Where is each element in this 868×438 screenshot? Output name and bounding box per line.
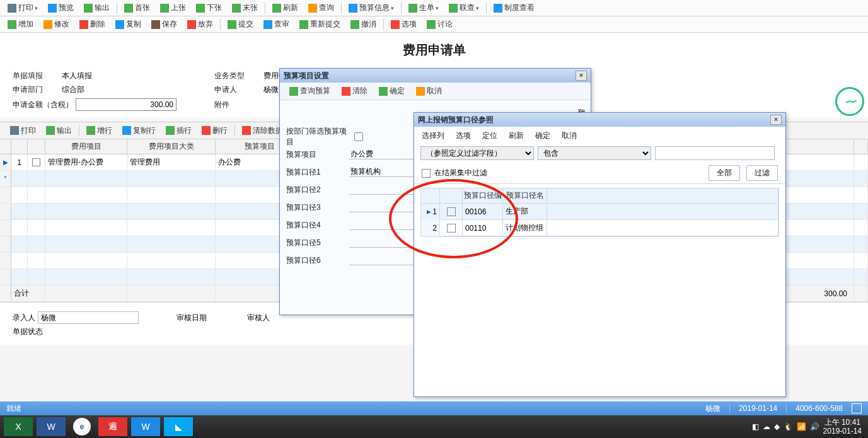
reference-row[interactable]: ▶1 00106 生产部 xyxy=(421,204,778,220)
gen-doc-button[interactable]: 生单▾ xyxy=(405,1,443,14)
reference-row[interactable]: 2 00110 计划物控组 xyxy=(421,220,778,236)
dept-link[interactable]: 申请部门 xyxy=(13,84,62,95)
ie-icon[interactable]: e xyxy=(69,417,95,436)
discard-button[interactable]: 放弃 xyxy=(183,18,217,31)
options-button[interactable]: 选项 xyxy=(387,18,420,31)
copy-button[interactable]: 复制 xyxy=(112,18,145,31)
menu-refresh[interactable]: 刷新 xyxy=(509,130,524,141)
attachment-link[interactable]: 附件 xyxy=(214,100,263,110)
budget-cancel-button[interactable]: 取消 xyxy=(412,84,446,98)
grid-addrow[interactable]: 增行 xyxy=(83,124,116,137)
row-checkbox[interactable] xyxy=(447,207,456,216)
menu-options[interactable]: 选项 xyxy=(456,130,471,141)
taskbar: X W e 遍 W ◣ ◧ ☁ ◆ 🐧 📶 🔊 上午 10:412019-01-… xyxy=(0,415,868,438)
amount-input[interactable] xyxy=(76,98,176,111)
row-checkbox[interactable] xyxy=(447,224,456,233)
grid-print[interactable]: 打印 xyxy=(6,124,40,137)
grid-insrow[interactable]: 插行 xyxy=(162,124,195,137)
app-icon[interactable]: 遍 xyxy=(98,417,127,436)
reference-menu: 选择列 选项 定位 刷新 确定 取消 xyxy=(414,127,785,144)
tray-icon[interactable]: ☁ xyxy=(763,422,770,431)
excel-icon[interactable]: X xyxy=(4,417,33,436)
last-button[interactable]: 末张 xyxy=(228,1,262,14)
menu-locate[interactable]: 定位 xyxy=(482,130,497,141)
row-checkbox[interactable] xyxy=(32,158,40,166)
tray-icon[interactable]: ◆ xyxy=(774,422,780,431)
filter-button[interactable]: 过滤 xyxy=(746,165,778,181)
add-button[interactable]: 增加 xyxy=(4,18,37,31)
first-button[interactable]: 首张 xyxy=(120,1,154,14)
page-title: 费用申请单 xyxy=(0,33,868,65)
grid-delrow[interactable]: 删行 xyxy=(198,124,231,137)
close-icon[interactable]: × xyxy=(770,115,782,125)
wifi-icon[interactable] xyxy=(835,87,864,116)
print-button[interactable]: 打印▾ xyxy=(4,1,42,14)
menu-ok[interactable]: 确定 xyxy=(535,130,550,141)
budget-ok-button[interactable]: 确定 xyxy=(374,84,409,98)
menu-select-cols[interactable]: 选择列 xyxy=(422,130,444,141)
close-icon[interactable]: × xyxy=(576,71,587,81)
next-button[interactable]: 下张 xyxy=(192,1,226,14)
budget-caliber-reference-dialog: 网上报销预算口径参照× 选择列 选项 定位 刷新 确定 取消 （参照定义过滤字段… xyxy=(414,112,786,397)
filter-cond-select[interactable]: 包含 xyxy=(538,146,651,160)
resubmit-button[interactable]: 重新提交 xyxy=(296,18,344,31)
filter-by-dept-checkbox[interactable] xyxy=(354,132,363,141)
link-query-button[interactable]: 联查▾ xyxy=(445,1,483,14)
tray-icon[interactable]: 🔊 xyxy=(810,422,819,431)
grid-export[interactable]: 输出 xyxy=(42,124,76,137)
submit-button[interactable]: 提交 xyxy=(224,18,257,31)
refresh-button[interactable]: 刷新 xyxy=(269,1,302,14)
edit-button[interactable]: 修改 xyxy=(40,18,73,31)
system-view-button[interactable]: 制度查看 xyxy=(490,1,538,14)
export-button[interactable]: 输出 xyxy=(80,1,113,14)
system-tray: ◧ ☁ ◆ 🐧 📶 🔊 上午 10:412019-01-14 xyxy=(752,418,868,436)
discuss-button[interactable]: 讨论 xyxy=(423,18,456,31)
tray-icon[interactable]: ◧ xyxy=(752,422,759,431)
menu-cancel[interactable]: 取消 xyxy=(562,130,577,141)
grid-copyrow[interactable]: 复制行 xyxy=(119,124,159,137)
budget-info-button[interactable]: 预算信息▾ xyxy=(345,1,398,14)
budget-query-button[interactable]: 查询预算 xyxy=(285,84,335,98)
all-button[interactable]: 全部 xyxy=(709,165,740,181)
filter-field-select[interactable]: （参照定义过滤字段） xyxy=(420,146,534,160)
filter-in-results-checkbox[interactable] xyxy=(422,169,431,178)
word-icon[interactable]: W xyxy=(37,417,66,436)
query-button[interactable]: 查询 xyxy=(304,1,338,14)
preview-button[interactable]: 预览 xyxy=(44,1,78,14)
filter-value-input[interactable] xyxy=(655,146,775,160)
prev-button[interactable]: 上张 xyxy=(156,1,190,14)
save-button[interactable]: 保存 xyxy=(148,18,181,31)
qr-icon[interactable] xyxy=(852,403,862,413)
audit-button[interactable]: 查审 xyxy=(260,18,293,31)
tray-icon[interactable]: 🐧 xyxy=(784,422,793,431)
tray-icon[interactable]: 📶 xyxy=(797,422,806,431)
applicant-link[interactable]: 申请人 xyxy=(214,84,263,95)
statusbar: 就绪 杨微 2019-01-14 4006-600-588 xyxy=(0,401,868,415)
wps-icon[interactable]: W xyxy=(131,417,160,436)
budget-clear-button[interactable]: 清除 xyxy=(337,84,372,98)
bird-icon[interactable]: ◣ xyxy=(164,417,193,436)
reference-grid: 预算口径编 预算口径名 ▶1 00106 生产部 2 00110 计划物控组 xyxy=(420,188,779,237)
revoke-button[interactable]: 撤消 xyxy=(347,18,380,31)
entry-person-input[interactable] xyxy=(38,311,139,324)
delete-button[interactable]: 删除 xyxy=(76,18,109,31)
